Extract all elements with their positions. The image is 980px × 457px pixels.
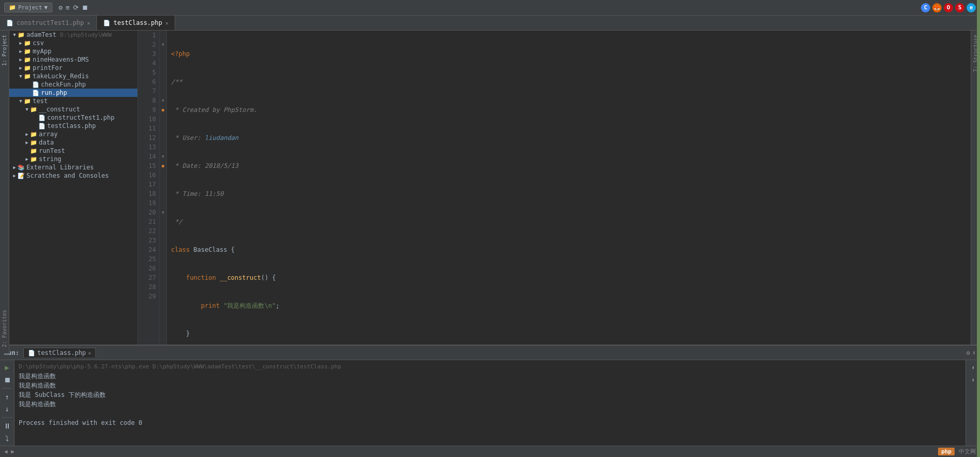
tree-item-data[interactable]: ▶ 📁 data (9, 138, 137, 147)
arrow-array: ▶ (24, 132, 30, 137)
code-line-4: * User: liudandan (171, 133, 967, 142)
tree-item-extlibs[interactable]: ▶ 📚 External Libraries (9, 163, 137, 172)
browser-icons-area: C 🦊 O S e (921, 3, 976, 12)
project-label: Project (18, 4, 42, 11)
dropdown-icon: ▼ (44, 4, 48, 11)
php-icon-run: 📄 (32, 90, 39, 96)
run-tab-close[interactable]: ✕ (88, 350, 91, 356)
run-play-button[interactable]: ▶ (2, 362, 12, 373)
menu-icon[interactable]: ≡ (66, 4, 70, 11)
code-line-2: /** (171, 77, 967, 87)
tree-item-printfor[interactable]: ▶ 📁 printFor (9, 64, 137, 72)
code-line-9: function __construct() { (171, 273, 967, 282)
folder-icon-root: 📁 (18, 32, 25, 38)
fold-btn-21[interactable]: ▼ (160, 208, 166, 217)
tree-root[interactable]: ▼ 📁 adamTest D:\phpStudy\WWW (9, 31, 137, 39)
top-bar: 📁 Project ▼ ⚙ ≡ ⟳ ⏹ C 🦊 O S e (0, 0, 980, 16)
file-icon-active: 📄 (103, 20, 110, 26)
status-left: ◀ ▶ (4, 448, 15, 455)
vtab-project[interactable]: 1: Project (1, 31, 8, 70)
folder-icon-csv: 📁 (24, 40, 31, 47)
tab-constructTest1[interactable]: 📄 constructTest1.php ✕ (0, 16, 97, 30)
code-line-10: print "我是构造函数\n"; (171, 301, 967, 310)
main-area: 1: Project ▼ 📁 adamTest D:\phpStudy\WWW … (0, 31, 980, 345)
arrow-root: ▼ (11, 32, 18, 37)
arrow-data: ▶ (24, 140, 30, 145)
arrow-extlibs: ▶ (11, 165, 18, 170)
project-button[interactable]: 📁 Project ▼ (4, 3, 52, 12)
output-line-6: Process finished with exit code 0 (19, 418, 961, 427)
code-content[interactable]: <?php /** * Created by PhpStorm. * User:… (167, 31, 971, 345)
folder-icon-string: 📁 (30, 156, 37, 163)
fold-btn-8[interactable]: ▼ (160, 96, 166, 105)
green-edge-indicator (977, 0, 980, 457)
sync-icon[interactable]: ⟳ (73, 4, 79, 11)
run-wrap-button[interactable]: ⤵ (2, 433, 12, 444)
tab-testClass[interactable]: 📄 testClass.php ✕ (97, 16, 175, 30)
fold-btn-2[interactable]: ▼ (160, 40, 166, 49)
label-checkfun: checkFun.php (41, 81, 86, 88)
safari-icon[interactable]: S (955, 3, 964, 12)
expand-icon-run[interactable]: ⬆ (972, 349, 976, 356)
tree-item-myapp[interactable]: ▶ 📁 myApp (9, 47, 137, 55)
run-down-button[interactable]: ↓ (2, 404, 12, 415)
code-line-6: * Time: 11:50 (171, 189, 967, 198)
run-stop-button[interactable]: ⏹ (2, 375, 12, 385)
label-nineheavens: nineHeavens-DMS (33, 56, 89, 63)
output-line-1: 我是构造函数 (19, 372, 961, 381)
run-up-button[interactable]: ↑ (2, 392, 12, 402)
settings-icon-run[interactable]: ⚙ (967, 349, 970, 356)
left-vtab: 1: Project (0, 31, 9, 345)
tree-item-csv[interactable]: ▶ 📁 csv (9, 39, 137, 47)
tree-item-array[interactable]: ▶ 📁 array (9, 130, 137, 138)
tree-item-construct[interactable]: ▼ 📁 __construct (9, 105, 137, 113)
tree-item-takelucky[interactable]: ▼ 📁 takeLucky_Redis (9, 72, 137, 80)
run-settings-area: ⚙ ⬆ (967, 349, 976, 356)
tree-item-constructtest1[interactable]: 📄 constructTest1.php (9, 113, 137, 122)
output-line-3: 我是 SubClass 下的构造函数 (19, 390, 961, 399)
run-pause-button[interactable]: ⏸ (2, 421, 12, 431)
tree-item-checkfun[interactable]: 📄 checkFun.php (9, 80, 137, 89)
fold-btn-9[interactable]: ● (160, 105, 166, 115)
tree-item-string[interactable]: ▶ 📁 string (9, 155, 137, 163)
editor-area: 12345 678910 1112131415 1617181920 21222… (138, 31, 971, 345)
file-icon: 📄 (6, 20, 13, 26)
root-label: adamTest D:\phpStudy\WWW (26, 31, 111, 38)
opera-icon[interactable]: O (944, 3, 953, 12)
output-command: D:\phpStudy\php\php-5.6.27-nts\php.exe D… (19, 362, 961, 372)
code-editor[interactable]: 12345 678910 1112131415 1617181920 21222… (138, 31, 971, 345)
sidebar: ▼ 📁 adamTest D:\phpStudy\WWW ▶ 📁 csv ▶ 📁… (9, 31, 138, 345)
fold-btn-14[interactable]: ▼ (160, 152, 166, 161)
project-icon: 📁 (9, 4, 16, 11)
tab-label-constructTest1: constructTest1.php (17, 19, 84, 26)
tree-item-runtest[interactable]: 📁 runTest (9, 147, 137, 155)
tree-item-run[interactable]: 📄 run.php (9, 89, 137, 97)
favorites-vtab: 2: Favorites (0, 304, 9, 353)
folder-icon-construct: 📁 (30, 106, 37, 113)
run-tab-label: testClass.php (37, 349, 86, 356)
code-line-1: <?php (171, 49, 967, 59)
tree-item-scratches[interactable]: ▶ 📝 Scratches and Consoles (9, 172, 137, 180)
tree-item-test[interactable]: ▼ 📁 test (9, 97, 137, 105)
tree-item-nineheavens[interactable]: ▶ 📁 nineHeavens-DMS (9, 55, 137, 64)
arrow-string: ▶ (24, 156, 30, 162)
stop-icon[interactable]: ⏹ (82, 4, 89, 11)
run-tab-testclass[interactable]: 📄 testClass.php ✕ (23, 348, 96, 358)
ie-icon[interactable]: e (967, 3, 976, 12)
fold-btn-15[interactable]: ● (160, 161, 166, 170)
vtab-favorites[interactable]: 2: Favorites (1, 306, 8, 351)
label-array: array (39, 131, 58, 138)
chrome-icon[interactable]: C (921, 3, 930, 12)
run-output: D:\phpStudy\php\php-5.6.27-nts\php.exe D… (15, 360, 965, 446)
arrow-nineheavens: ▶ (18, 57, 24, 62)
run-tab-icon: 📄 (28, 350, 35, 356)
folder-icon-myapp: 📁 (24, 48, 31, 55)
firefox-icon[interactable]: 🦊 (932, 3, 942, 12)
settings-icon[interactable]: ⚙ (59, 4, 63, 11)
tree-item-testclass[interactable]: 📄 testClass.php (9, 122, 137, 130)
code-line-3: * Created by PhpStorm. (171, 105, 967, 115)
folder-icon-runtest: 📁 (30, 148, 37, 154)
tab-close-constructTest1[interactable]: ✕ (87, 20, 90, 26)
tab-close-testClass[interactable]: ✕ (165, 20, 168, 26)
label-constructtest1: constructTest1.php (47, 114, 115, 121)
